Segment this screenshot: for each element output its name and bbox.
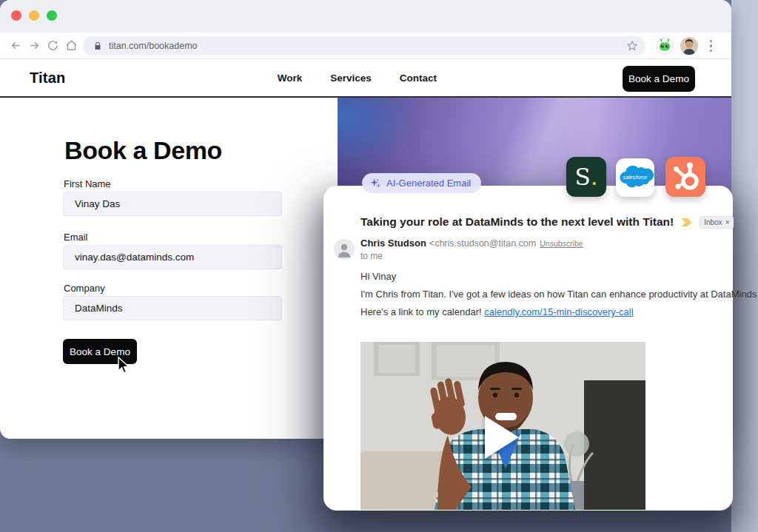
- back-icon[interactable]: [10, 39, 22, 52]
- zoom-window-button[interactable]: [47, 10, 57, 21]
- header-book-demo-button[interactable]: Book a Demo: [623, 66, 695, 92]
- browser-toolbar: titan.com/bookademo: [0, 33, 731, 59]
- window-titlebar: [0, 0, 731, 33]
- sender-name: Chris Studson: [360, 238, 426, 249]
- reload-icon[interactable]: [47, 39, 59, 52]
- sender-address: <chris.studson@titan.com: [429, 238, 536, 249]
- lock-icon: [93, 41, 102, 50]
- email-calendar-line: Here's a link to my calendar! calendly.c…: [360, 306, 634, 317]
- salesforce-wordmark: salesforce: [623, 174, 648, 181]
- desktop-background-strip: [731, 0, 758, 532]
- close-window-button[interactable]: [11, 10, 21, 21]
- sender-avatar: [334, 239, 355, 260]
- email-preview-card: Taking your role at DataMinds to the nex…: [323, 186, 733, 511]
- company-label: Company: [64, 283, 105, 294]
- nav-link-contact[interactable]: Contact: [400, 73, 437, 84]
- calendly-link[interactable]: calendly.com/15-min-discovery-call: [484, 306, 633, 317]
- email-subject-row: Taking your role at DataMinds to the nex…: [360, 215, 708, 229]
- profile-avatar-image: [680, 37, 698, 55]
- s-dot: .: [591, 164, 598, 190]
- mouse-cursor-icon: [115, 357, 132, 374]
- site-logo[interactable]: Titan: [30, 70, 65, 87]
- nav-link-work[interactable]: Work: [278, 73, 303, 84]
- first-name-input[interactable]: [63, 192, 282, 216]
- minimize-window-button[interactable]: [29, 10, 39, 21]
- email-greeting: Hi Vinay: [360, 271, 396, 282]
- important-marker-icon: [680, 218, 693, 227]
- inbox-label: Inbox: [704, 218, 722, 226]
- s-letter: S: [574, 164, 590, 190]
- person-icon: [334, 239, 355, 260]
- inbox-label-chip[interactable]: Inbox ×: [700, 216, 734, 229]
- play-button-icon[interactable]: [485, 416, 519, 459]
- site-header: Titan Work Services Contact Book a Demo: [0, 59, 731, 98]
- email-subject: Taking your role at DataMinds to the nex…: [360, 215, 674, 229]
- home-icon[interactable]: [65, 39, 78, 52]
- profile-avatar[interactable]: [680, 37, 698, 55]
- first-name-label: First Name: [64, 178, 111, 189]
- robot-extension-icon[interactable]: [656, 37, 674, 55]
- sparkles-icon: [369, 178, 381, 189]
- salesforce-app-icon: salesforce: [616, 158, 654, 197]
- forward-icon[interactable]: [28, 39, 41, 52]
- bookmark-star-icon[interactable]: [626, 40, 638, 52]
- nav-link-services[interactable]: Services: [330, 73, 372, 84]
- email-label: Email: [64, 232, 88, 243]
- chip-close-icon[interactable]: ×: [725, 218, 730, 226]
- video-thumbnail[interactable]: [360, 342, 645, 511]
- company-input[interactable]: [63, 296, 282, 320]
- site-nav: Work Services Contact: [278, 59, 437, 96]
- recipient-label[interactable]: to me: [360, 251, 383, 261]
- ai-generated-email-badge: AI-Generated Email: [362, 173, 481, 193]
- page-title: Book a Demo: [64, 136, 222, 165]
- email-input[interactable]: [63, 245, 282, 269]
- ai-badge-label: AI-Generated Email: [386, 178, 471, 189]
- address-bar[interactable]: titan.com/bookademo: [83, 36, 645, 55]
- s-dot-app-icon: S.: [566, 157, 606, 197]
- sender-line: Chris Studson<chris.studson@titan.comUns…: [360, 238, 583, 249]
- hubspot-app-icon: [665, 157, 705, 197]
- email-body-line: I'm Chris from Titan. I've got a few ide…: [360, 289, 757, 300]
- unsubscribe-link[interactable]: Unsubscribe: [540, 239, 583, 248]
- calendar-text: Here's a link to my calendar!: [360, 306, 484, 317]
- url-text[interactable]: titan.com/bookademo: [109, 41, 626, 51]
- browser-menu-icon[interactable]: [710, 40, 713, 52]
